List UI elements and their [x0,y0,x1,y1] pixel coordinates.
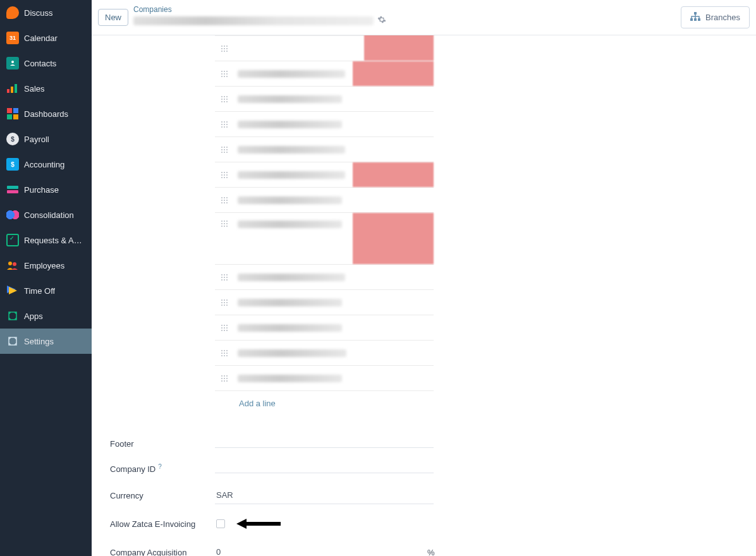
sidebar-item-purchase[interactable]: Purchase [0,177,92,202]
list-item[interactable] [215,61,434,87]
sidebar-item-discuss[interactable]: Discuss [0,0,92,25]
topbar: New Companies Branches [92,0,756,35]
currency-select[interactable]: SAR [215,486,434,504]
drag-handle-icon[interactable] [221,325,228,331]
redacted-text [238,146,345,154]
form-fields: Footer Company ID? Currency SAR Allow Za… [110,431,670,556]
sidebar-item-apps[interactable]: Apps [0,303,92,329]
redacted-text [238,324,342,332]
svg-rect-13 [690,18,693,21]
sidebar-item-requests[interactable]: Requests & Ap… [0,227,92,253]
redacted-text [238,349,346,357]
sidebar-item-consolidation[interactable]: Consolidation [0,202,92,227]
drag-handle-icon[interactable] [221,71,228,77]
drag-handle-icon[interactable] [221,274,228,281]
svg-rect-12 [694,12,697,15]
svg-rect-5 [13,108,18,113]
company-id-input[interactable] [215,465,434,473]
sidebar-item-label: Settings [24,337,54,346]
sidebar-item-label: Contacts [24,59,56,68]
sidebar-item-label: Requests & Ap… [24,236,85,245]
drag-handle-icon[interactable] [221,350,228,356]
breadcrumb-companies-link[interactable]: Companies [133,5,386,14]
help-icon[interactable]: ? [158,463,162,470]
list-item[interactable] [215,36,434,61]
sidebar-item-payroll[interactable]: $ Payroll [0,126,92,152]
contacts-icon [6,57,19,70]
svg-rect-2 [11,87,13,93]
list-item[interactable] [215,137,434,162]
svg-rect-7 [13,114,18,119]
branches-button[interactable]: Branches [681,6,750,28]
settings-icon [6,335,19,348]
sidebar-item-label: Calendar [24,33,58,43]
drag-handle-icon[interactable] [221,147,228,153]
list-item[interactable] [215,265,434,290]
allow-zatca-checkbox[interactable] [216,519,225,528]
employees-icon [6,259,19,272]
sidebar-item-calendar[interactable]: 31 Calendar [0,25,92,51]
svg-rect-6 [7,114,12,119]
consolidation-icon [6,208,19,221]
redacted-text [238,70,345,78]
sidebar-item-label: Employees [24,261,64,270]
svg-point-0 [11,61,14,63]
list-item[interactable] [215,366,434,391]
list-item[interactable] [215,112,434,137]
drag-handle-icon[interactable] [221,121,228,128]
drag-handle-icon[interactable] [221,45,228,52]
allow-zatca-label: Allow Zatca E-Invoicing [110,519,215,529]
list-item[interactable] [215,162,434,188]
sidebar-item-settings[interactable]: Settings [0,329,92,354]
discuss-icon [6,6,19,19]
company-acquisition-input-wrapper [215,543,424,556]
list-item[interactable] [215,290,434,315]
redacted-text [238,274,345,281]
drag-handle-icon[interactable] [221,172,228,178]
list-item[interactable] [215,213,434,265]
sales-icon [6,82,19,95]
sidebar-item-dashboards[interactable]: Dashboards [0,101,92,126]
svg-point-9 [13,262,16,266]
sidebar-item-label: Payroll [24,135,49,144]
sitemap-icon [690,12,700,23]
sidebar-item-timeoff[interactable]: Time Off [0,278,92,303]
sidebar-item-label: Accounting [24,160,64,169]
requests-icon [6,234,19,246]
footer-input[interactable] [215,440,434,448]
breadcrumb: Companies [133,4,386,26]
drag-handle-icon[interactable] [221,197,228,203]
list-item[interactable] [215,188,434,213]
svg-rect-4 [7,108,12,113]
sidebar-item-sales[interactable]: Sales [0,76,92,101]
redacted-text [238,375,342,382]
apps-icon [6,310,19,322]
redacted-text [238,196,342,204]
sidebar-item-accounting[interactable]: $ Accounting [0,152,92,177]
sidebar-item-label: Dashboards [24,109,68,119]
footer-label: Footer [110,439,215,449]
company-id-label: Company ID? [110,463,215,474]
drag-handle-icon[interactable] [221,299,228,306]
pointer-arrow-icon [236,518,281,529]
list-item[interactable] [215,341,434,366]
drag-handle-icon[interactable] [221,221,228,227]
gear-icon[interactable] [377,15,386,26]
svg-rect-1 [7,89,9,93]
drag-handle-icon[interactable] [221,96,228,102]
sidebar-item-label: Purchase [24,185,59,195]
svg-rect-15 [698,18,700,21]
sidebar-item-contacts[interactable]: Contacts [0,51,92,76]
svg-marker-11 [9,287,17,294]
new-button[interactable]: New [98,9,128,26]
sidebar-item-employees[interactable]: Employees [0,253,92,278]
sidebar-item-label: Discuss [24,8,53,18]
list-item[interactable] [215,315,434,341]
currency-label: Currency [110,491,215,500]
add-line-link[interactable]: Add a line [215,391,434,416]
company-acquisition-label: Company Acquisition [110,548,215,557]
timeoff-icon [6,284,19,297]
list-item[interactable] [215,87,434,112]
company-acquisition-input[interactable] [216,547,422,556]
drag-handle-icon[interactable] [221,375,228,382]
